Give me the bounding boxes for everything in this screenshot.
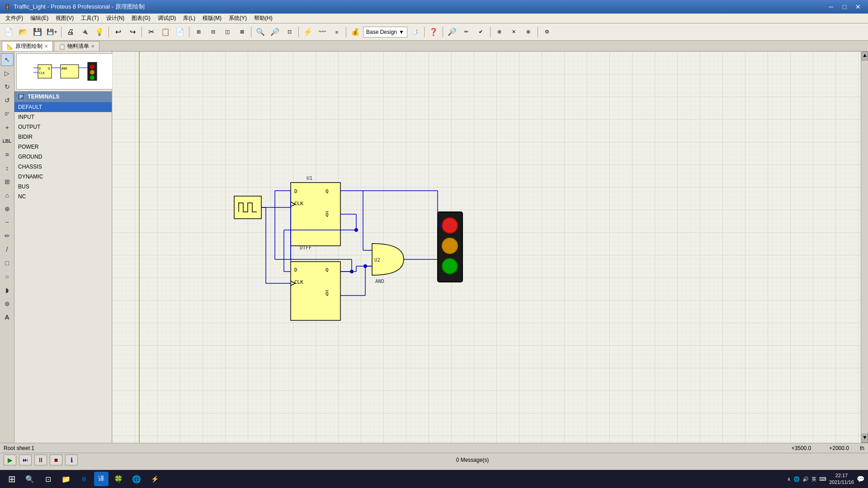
menu-graph[interactable]: 图表(G) [128,14,154,23]
taskbar-chevron-up[interactable]: ∧ [787,476,791,482]
zoom-fit-button[interactable]: ⊡ [283,25,296,39]
save-button[interactable]: 💾 [31,25,44,39]
menu-tools[interactable]: 工具(T) [77,14,102,23]
wire-button[interactable]: 〰 [316,25,329,39]
taskbar-lang[interactable]: 英 [811,476,816,483]
annotate-button[interactable]: ✏ [460,25,473,39]
tool-probe[interactable]: ~ [1,216,14,229]
tool-rotate-cw[interactable]: ↻ [1,80,14,93]
cut-button[interactable]: ✂ [144,25,158,39]
menu-template[interactable]: 模版(M) [199,14,225,23]
copy-button[interactable]: 📋 [159,25,172,39]
terminal-bidir[interactable]: BIDIR [14,132,112,142]
property-button[interactable]: 📑 [408,25,422,39]
zoom-out-button[interactable]: 🔎 [268,25,282,39]
start-button[interactable]: ⊞ [4,471,20,487]
tool-bus-label[interactable]: ≡ [1,148,14,161]
menu-system[interactable]: 系统(Y) [225,14,250,23]
tool-select[interactable]: ↖ [1,53,14,66]
task-view-button[interactable]: ⊡ [40,471,56,487]
mirror-button[interactable]: ⊠ [235,25,249,39]
tab-bom-close[interactable]: ✕ [91,44,94,49]
menu-design[interactable]: 设计(N) [103,14,128,23]
menu-library[interactable]: 库(L) [179,14,199,23]
tool-arrow-right[interactable]: ▷ [1,67,14,80]
terminal-dynamic[interactable]: DYNAMIC [14,172,112,182]
paste-button[interactable]: 📄 [173,25,187,39]
file-explorer-button[interactable]: 📁 [58,471,74,487]
netlist-button[interactable]: 🔌 [78,25,92,39]
tab-schematic-close[interactable]: ✕ [44,44,48,49]
scrollbar-down[interactable]: ▼ [862,434,868,443]
redo-button[interactable]: ↪ [126,25,139,39]
tool-arc[interactable]: ◗ [1,284,14,296]
tool-angle[interactable]: 0° [1,108,14,120]
extra-button1[interactable]: ⊕ [493,25,506,39]
minimize-button[interactable]: ─ [825,2,837,11]
translate-button[interactable]: 译 [94,472,108,486]
drc-button[interactable]: ✔ [474,25,488,39]
proteus-taskbar-button[interactable]: ⚡ [146,471,163,487]
vdm-button[interactable]: ⚙ [540,25,554,39]
tool-text[interactable]: A [1,311,14,324]
tool-add[interactable]: + [1,121,14,134]
new-button[interactable]: 📄 [2,25,15,39]
align-center-button[interactable]: ◫ [221,25,234,39]
terminal-default[interactable]: DEFAULT [14,102,112,112]
terminal-bus[interactable]: BUS [14,182,112,192]
menu-file[interactable]: 文件(F) [2,14,27,23]
tool-rotate-ccw[interactable]: ↺ [1,94,14,107]
pause-button[interactable]: ⏸ [34,455,47,465]
tool-label[interactable]: LBL [1,135,14,147]
open-button[interactable]: 📂 [16,25,30,39]
terminal-ground[interactable]: GROUND [14,152,112,162]
info-button[interactable]: ℹ [65,455,78,465]
stop-button[interactable]: ■ [50,455,62,465]
scrollbar-up[interactable]: ▲ [862,52,868,61]
edge-button[interactable]: e [76,471,92,487]
place-comp-button[interactable]: 💰 [349,25,362,39]
find-button[interactable]: 🔎 [445,25,459,39]
right-scrollbar[interactable]: ▲ ▼ [861,52,868,443]
probe-button[interactable]: ⚡ [301,25,315,39]
menu-debug[interactable]: 调试(D) [154,14,180,23]
tool-symbol[interactable]: ⊛ [1,297,14,310]
tool-rect[interactable]: □ [1,257,14,269]
help-button[interactable]: ❓ [427,25,440,39]
canvas-area[interactable]: U1 D CLK Q Q DTFF D CLK Q Q U2 AND [112,52,861,443]
terminal-input[interactable]: INPUT [14,112,112,122]
tool-circle[interactable]: ○ [1,270,14,283]
tool-component[interactable]: ⊞ [1,175,14,188]
zoom-in-button[interactable]: 🔍 [254,25,267,39]
tab-schematic[interactable]: 📐 原理图绘制 ✕ [2,41,53,51]
design-dropdown[interactable]: Base Design ▼ [363,27,407,38]
taskbar-datetime[interactable]: 22:17 2021/11/16 [829,472,854,486]
save-all-button[interactable]: 💾+ [45,25,59,39]
browser-button[interactable]: 🌐 [128,471,145,487]
taskbar-notification[interactable]: 💬 [857,475,864,483]
play-button[interactable]: ▶ [4,455,16,465]
tool-tape[interactable]: ✏ [1,230,14,242]
menu-edit[interactable]: 编辑(E) [27,14,52,23]
extra-button2[interactable]: ✕ [507,25,521,39]
menu-help[interactable]: 帮助(H) [250,14,276,23]
terminal-chassis[interactable]: CHASSIS [14,162,112,172]
terminal-output[interactable]: OUTPUT [14,122,112,132]
bom-button[interactable]: 💡 [93,25,106,39]
tab-bom[interactable]: 📋 物料清单 ✕ [54,41,99,51]
terminal-nc[interactable]: NC [14,192,112,202]
tool-junction[interactable]: ⊕ [1,202,14,215]
print-button[interactable]: 🖨 [64,25,77,39]
clover-button[interactable]: 🍀 [110,471,127,487]
maximize-button[interactable]: □ [838,2,851,11]
undo-button[interactable]: ↩ [111,25,125,39]
bus-wire-button[interactable]: ≡ [330,25,344,39]
taskbar-volume-icon[interactable]: 🔊 [802,476,809,482]
tool-place[interactable]: ⌂ [1,189,14,202]
close-button[interactable]: ✕ [852,2,864,11]
tool-bus[interactable]: ↕ [1,162,14,174]
tool-line[interactable]: / [1,243,14,256]
extra-button3[interactable]: ⊗ [522,25,535,39]
terminal-power[interactable]: POWER [14,142,112,152]
align-left-button[interactable]: ⊞ [192,25,205,39]
